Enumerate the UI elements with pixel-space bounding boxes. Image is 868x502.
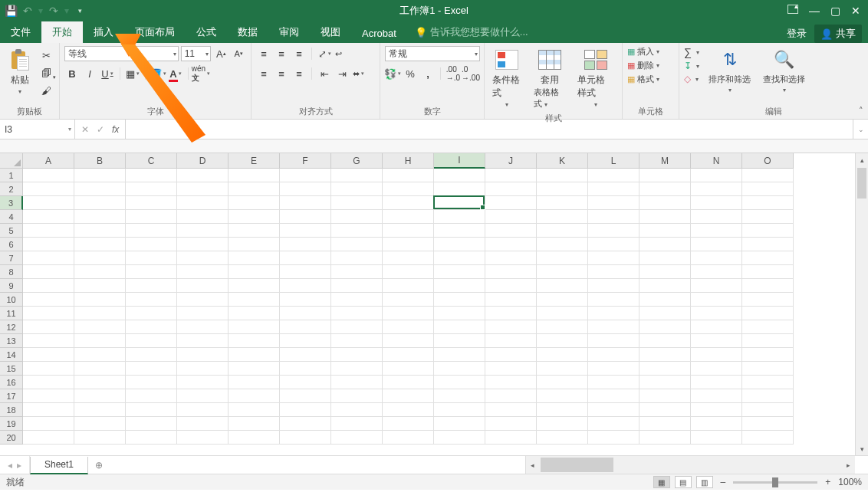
- cell[interactable]: [74, 238, 126, 251]
- cell[interactable]: [434, 320, 485, 334]
- cell[interactable]: [126, 224, 177, 238]
- cell[interactable]: [691, 182, 742, 196]
- find-select-button[interactable]: 🔍 查找和选择 ▾: [760, 46, 808, 95]
- cell[interactable]: [280, 417, 331, 431]
- cell[interactable]: [229, 389, 280, 403]
- scroll-left-icon[interactable]: ◂: [526, 456, 539, 474]
- cell[interactable]: [537, 169, 588, 182]
- scroll-down-icon[interactable]: ▾: [856, 442, 868, 455]
- format-as-table-button[interactable]: 套用 表格格式 ▾: [531, 46, 568, 111]
- sheet-nav-prev-icon[interactable]: ◂: [8, 460, 12, 471]
- cell[interactable]: [485, 293, 537, 307]
- cell[interactable]: [485, 376, 537, 389]
- cell[interactable]: [639, 320, 691, 334]
- cell[interactable]: [229, 265, 280, 279]
- cell[interactable]: [434, 182, 485, 196]
- scroll-thumb[interactable]: [541, 458, 613, 472]
- cell[interactable]: [742, 389, 794, 403]
- cell[interactable]: [177, 238, 229, 251]
- cell[interactable]: [331, 251, 383, 265]
- accounting-format-button[interactable]: 💱: [385, 66, 400, 81]
- cell[interactable]: [485, 389, 537, 403]
- cell[interactable]: [383, 431, 434, 445]
- cell[interactable]: [177, 210, 229, 224]
- cell[interactable]: [537, 348, 588, 362]
- cell[interactable]: [280, 265, 331, 279]
- column-header[interactable]: A: [23, 153, 74, 169]
- cell[interactable]: [485, 403, 537, 417]
- cell[interactable]: [331, 265, 383, 279]
- cell[interactable]: [485, 169, 537, 182]
- cell[interactable]: [383, 251, 434, 265]
- cell[interactable]: [331, 307, 383, 320]
- cell[interactable]: [537, 334, 588, 348]
- cell[interactable]: [691, 210, 742, 224]
- cell[interactable]: [280, 251, 331, 265]
- cell[interactable]: [742, 224, 794, 238]
- column-header[interactable]: O: [742, 153, 794, 169]
- cell[interactable]: [537, 224, 588, 238]
- tab-view[interactable]: 视图: [310, 21, 351, 43]
- cell[interactable]: [229, 224, 280, 238]
- cell[interactable]: [691, 320, 742, 334]
- scroll-up-icon[interactable]: ▴: [856, 153, 868, 166]
- cell[interactable]: [588, 362, 639, 376]
- cell[interactable]: [537, 182, 588, 196]
- cell[interactable]: [742, 417, 794, 431]
- cell[interactable]: [537, 251, 588, 265]
- cell[interactable]: [23, 279, 74, 293]
- cell[interactable]: [331, 403, 383, 417]
- enter-formula-icon[interactable]: ✓: [97, 124, 104, 135]
- cell[interactable]: [280, 348, 331, 362]
- cell[interactable]: [74, 279, 126, 293]
- cell[interactable]: [23, 238, 74, 251]
- cell[interactable]: [639, 403, 691, 417]
- format-cells-button[interactable]: ▦格式▾: [627, 74, 659, 85]
- row-header[interactable]: 7: [0, 251, 23, 265]
- cell[interactable]: [639, 251, 691, 265]
- cell[interactable]: [434, 362, 485, 376]
- cell[interactable]: [588, 279, 639, 293]
- cell[interactable]: [23, 376, 74, 389]
- cell[interactable]: [742, 348, 794, 362]
- cell[interactable]: [742, 320, 794, 334]
- cut-button[interactable]: ✂: [38, 48, 54, 63]
- row-header[interactable]: 15: [0, 362, 23, 376]
- tab-home[interactable]: 开始: [41, 21, 83, 43]
- cell[interactable]: [229, 431, 280, 445]
- cell[interactable]: [639, 224, 691, 238]
- cell[interactable]: [639, 417, 691, 431]
- cell[interactable]: [177, 307, 229, 320]
- cell[interactable]: [23, 403, 74, 417]
- zoom-in-button[interactable]: +: [822, 477, 833, 487]
- cell[interactable]: [126, 251, 177, 265]
- cell[interactable]: [177, 169, 229, 182]
- row-header[interactable]: 19: [0, 417, 23, 431]
- scroll-track[interactable]: [856, 166, 868, 442]
- scroll-right-icon[interactable]: ▸: [842, 456, 855, 474]
- cell[interactable]: [639, 196, 691, 210]
- column-header[interactable]: K: [537, 153, 588, 169]
- cell[interactable]: [691, 169, 742, 182]
- share-button[interactable]: 👤 共享: [814, 25, 862, 43]
- select-all-corner[interactable]: [0, 153, 23, 169]
- cell[interactable]: [691, 334, 742, 348]
- row-header[interactable]: 10: [0, 293, 23, 307]
- conditional-formatting-button[interactable]: 条件格式 ▾: [489, 46, 524, 110]
- cell[interactable]: [537, 196, 588, 210]
- cell[interactable]: [126, 238, 177, 251]
- cell[interactable]: [537, 376, 588, 389]
- cell[interactable]: [280, 293, 331, 307]
- cell[interactable]: [280, 210, 331, 224]
- cell[interactable]: [177, 376, 229, 389]
- cell[interactable]: [74, 265, 126, 279]
- cell[interactable]: [23, 320, 74, 334]
- fill-button[interactable]: ↧▾: [684, 61, 699, 71]
- zoom-out-button[interactable]: –: [718, 477, 729, 487]
- cell[interactable]: [434, 403, 485, 417]
- cell[interactable]: [742, 307, 794, 320]
- cell[interactable]: [588, 389, 639, 403]
- percent-style-button[interactable]: %: [403, 66, 418, 81]
- cell[interactable]: [229, 238, 280, 251]
- cell[interactable]: [588, 334, 639, 348]
